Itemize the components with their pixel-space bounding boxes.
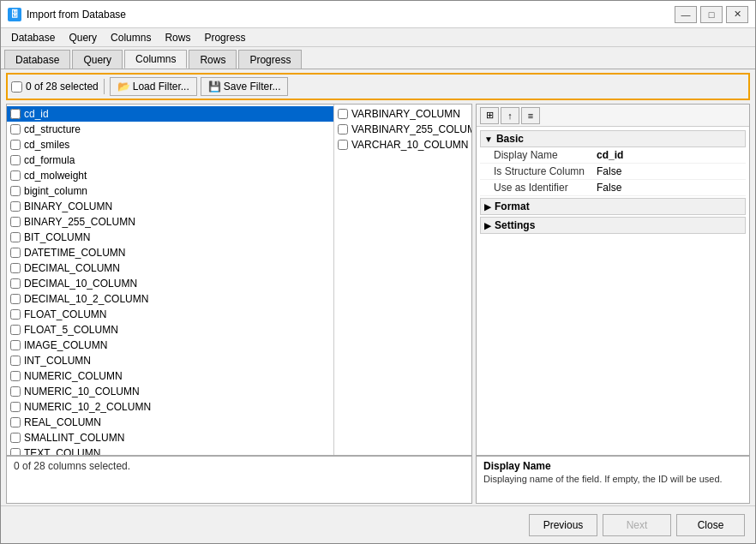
column-item-datetime[interactable]: DATETIME_COLUMN <box>7 245 333 260</box>
column-checkbox-numeric10[interactable] <box>10 386 21 397</box>
column-label-varbinary: VARBINARY_COLUMN <box>351 108 460 120</box>
tab-query[interactable]: Query <box>72 50 123 69</box>
menu-query[interactable]: Query <box>62 30 104 45</box>
column-label-cd-smiles: cd_smiles <box>24 139 69 151</box>
status-bar: 0 of 28 columns selected. <box>6 456 472 504</box>
column-label-cd-structure: cd_structure <box>24 123 81 135</box>
column-item-varchar10[interactable]: VARCHAR_10_COLUMN <box>334 137 471 152</box>
column-label-int: INT_COLUMN <box>24 355 91 367</box>
close-button[interactable]: Close <box>676 514 745 536</box>
column-checkbox-varbinary255[interactable] <box>338 124 348 135</box>
column-item-numeric10[interactable]: NUMERIC_10_COLUMN <box>7 384 333 399</box>
column-label-datetime: DATETIME_COLUMN <box>24 247 125 259</box>
settings-section: ▶ Settings <box>480 217 746 234</box>
tab-database[interactable]: Database <box>4 50 70 69</box>
list-button[interactable]: ≡ <box>521 107 540 124</box>
column-item-decimal102[interactable]: DECIMAL_10_2_COLUMN <box>7 291 333 307</box>
close-window-button[interactable]: ✕ <box>726 6 748 23</box>
footer: Previous Next Close <box>1 505 755 543</box>
column-checkbox-binary255[interactable] <box>10 217 21 227</box>
column-checkbox-numeric[interactable] <box>10 371 21 381</box>
column-item-cd-smiles[interactable]: cd_smiles <box>7 137 333 152</box>
previous-button[interactable]: Previous <box>529 514 597 536</box>
column-item-float[interactable]: FLOAT_COLUMN <box>7 307 333 322</box>
column-checkbox-float[interactable] <box>10 309 21 320</box>
left-column-list[interactable]: cd_id cd_structure cd_smiles cd_formula <box>7 105 334 455</box>
column-item-numeric102[interactable]: NUMERIC_10_2_COLUMN <box>7 399 333 415</box>
column-checkbox-numeric102[interactable] <box>10 402 21 412</box>
prop-value-use-identifier: False <box>597 182 621 194</box>
column-checkbox-decimal[interactable] <box>10 263 21 273</box>
content-area: cd_id cd_structure cd_smiles cd_formula <box>6 104 750 456</box>
column-checkbox-bit[interactable] <box>10 232 21 242</box>
column-checkbox-datetime[interactable] <box>10 248 21 258</box>
column-item-cd-formula[interactable]: cd_formula <box>7 152 333 168</box>
bottom-row: 0 of 28 columns selected. Display Name D… <box>6 456 750 504</box>
menu-database[interactable]: Database <box>4 30 62 45</box>
menu-rows[interactable]: Rows <box>158 30 197 45</box>
column-item-cd-structure[interactable]: cd_structure <box>7 122 333 137</box>
column-checkbox-binary[interactable] <box>10 201 21 212</box>
column-checkbox-varbinary[interactable] <box>338 109 348 119</box>
column-checkbox-varchar10[interactable] <box>338 140 348 150</box>
tab-rows[interactable]: Rows <box>189 50 237 69</box>
settings-section-header[interactable]: ▶ Settings <box>480 217 746 234</box>
column-item-varbinary[interactable]: VARBINARY_COLUMN <box>334 106 471 122</box>
main-content: cd_id cd_structure cd_smiles cd_formula <box>1 102 755 505</box>
filter-toolbar: 0 of 28 selected 📂 Load Filter... 💾 Save… <box>6 73 750 100</box>
column-label-numeric102: NUMERIC_10_2_COLUMN <box>24 401 151 413</box>
column-item-real[interactable]: REAL_COLUMN <box>7 415 333 430</box>
column-item-image[interactable]: IMAGE_COLUMN <box>7 338 333 353</box>
save-filter-button[interactable]: 💾 Save Filter... <box>201 77 289 96</box>
minimize-button[interactable]: — <box>675 6 697 23</box>
column-checkbox-real[interactable] <box>10 417 21 427</box>
column-checkbox-decimal102[interactable] <box>10 294 21 304</box>
load-filter-button[interactable]: 📂 Load Filter... <box>110 77 197 96</box>
column-checkbox-image[interactable] <box>10 340 21 350</box>
sort-button[interactable]: ↑ <box>501 107 519 124</box>
maximize-button[interactable]: □ <box>700 6 723 23</box>
column-item-smallint[interactable]: SMALLINT_COLUMN <box>7 430 333 445</box>
menu-columns[interactable]: Columns <box>104 30 158 45</box>
menu-progress[interactable]: Progress <box>197 30 252 45</box>
column-label-bigint: bigint_column <box>24 185 87 197</box>
column-checkbox-cd-id[interactable] <box>10 109 21 119</box>
settings-section-label: Settings <box>495 219 535 231</box>
next-button[interactable]: Next <box>603 514 671 536</box>
column-checkbox-int[interactable] <box>10 356 21 366</box>
column-checkbox-decimal10[interactable] <box>10 278 21 289</box>
column-item-bigint[interactable]: bigint_column <box>7 183 333 199</box>
column-label-smallint: SMALLINT_COLUMN <box>24 432 124 444</box>
column-item-decimal[interactable]: DECIMAL_COLUMN <box>7 260 333 276</box>
right-column-list[interactable]: VARBINARY_COLUMN VARBINARY_255_COLUMN VA… <box>334 105 471 455</box>
column-item-varbinary255[interactable]: VARBINARY_255_COLUMN <box>334 122 471 137</box>
column-item-binary255[interactable]: BINARY_255_COLUMN <box>7 214 333 230</box>
column-item-bit[interactable]: BIT_COLUMN <box>7 230 333 245</box>
basic-section-header[interactable]: ▼ Basic <box>480 130 746 147</box>
format-section-label: Format <box>495 200 530 212</box>
column-label-float5: FLOAT_5_COLUMN <box>24 324 118 336</box>
tab-progress[interactable]: Progress <box>238 50 302 69</box>
column-item-decimal10[interactable]: DECIMAL_10_COLUMN <box>7 276 333 291</box>
column-checkbox-cd-formula[interactable] <box>10 155 21 165</box>
select-all-checkbox[interactable] <box>11 81 22 93</box>
column-item-float5[interactable]: FLOAT_5_COLUMN <box>7 322 333 338</box>
column-checkbox-text[interactable] <box>10 448 21 455</box>
column-checkbox-bigint[interactable] <box>10 186 21 196</box>
column-item-numeric[interactable]: NUMERIC_COLUMN <box>7 368 333 384</box>
column-item-cd-id[interactable]: cd_id <box>7 106 333 122</box>
column-checkbox-float5[interactable] <box>10 325 21 335</box>
toolbar-separator <box>104 79 105 94</box>
column-item-text[interactable]: TEXT_COLUMN <box>7 445 333 455</box>
column-item-binary[interactable]: BINARY_COLUMN <box>7 199 333 214</box>
grid-view-button[interactable]: ⊞ <box>480 107 499 124</box>
select-all-checkbox-label[interactable]: 0 of 28 selected <box>11 81 99 93</box>
format-section-header[interactable]: ▶ Format <box>480 198 746 215</box>
column-checkbox-cd-structure[interactable] <box>10 124 21 135</box>
column-item-cd-molweight[interactable]: cd_molweight <box>7 168 333 183</box>
column-checkbox-cd-molweight[interactable] <box>10 170 21 181</box>
tab-columns[interactable]: Columns <box>124 50 187 69</box>
column-checkbox-smallint[interactable] <box>10 433 21 443</box>
column-item-int[interactable]: INT_COLUMN <box>7 353 333 368</box>
column-checkbox-cd-smiles[interactable] <box>10 140 21 150</box>
